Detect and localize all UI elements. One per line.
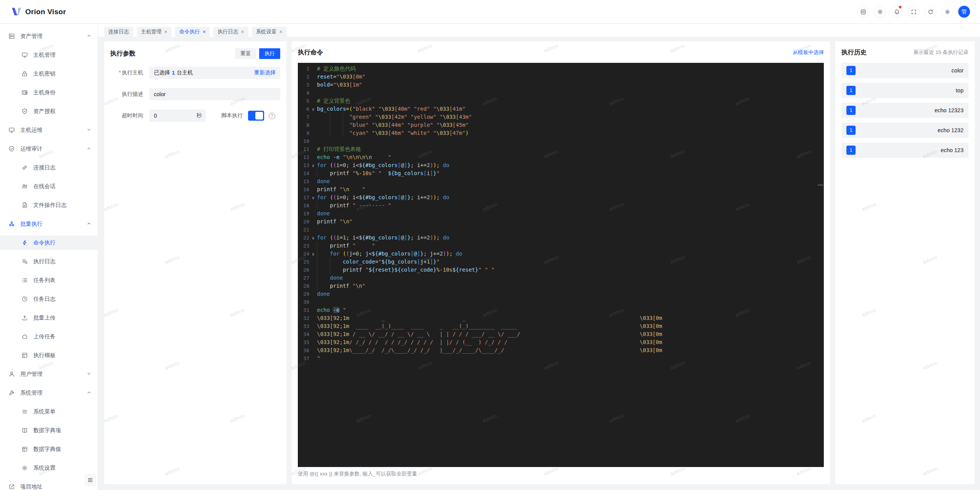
fold-chevron-icon [309, 154, 317, 162]
history-item[interactable]: 1echo 1232 [841, 123, 969, 138]
tab[interactable]: 执行日志× [213, 27, 248, 37]
select-from-template-link[interactable]: 从模板中选择 [793, 49, 824, 56]
bell-icon [894, 9, 900, 15]
indent-guide [330, 266, 330, 274]
sidebar-item[interactable]: 执行日志 [0, 254, 98, 269]
fold-chevron-icon[interactable]: ∨ [309, 194, 317, 202]
sidebar-item[interactable]: 任务日志 [0, 292, 98, 306]
code-square-button[interactable] [857, 6, 869, 18]
history-item[interactable]: 1echo 123 [841, 143, 969, 158]
sidebar-item[interactable]: 上传任务 [0, 329, 98, 344]
sidebar-item[interactable]: 批量上传 [0, 311, 98, 325]
wrench-icon [8, 390, 15, 396]
sidebar-item[interactable]: 数据字典项 [0, 423, 98, 438]
sidebar-item[interactable]: 主机密钥 [0, 67, 98, 81]
sidebar-item[interactable]: 批量执行 [0, 217, 98, 231]
reset-button[interactable]: 重置 [235, 48, 256, 59]
tab[interactable]: 连接日志 [104, 27, 133, 37]
desc-input[interactable] [149, 88, 280, 100]
sidebar-item[interactable]: 任务列表 [0, 273, 98, 287]
help-icon[interactable]: ? [269, 113, 275, 119]
sidebar-item[interactable]: 主机身份 [0, 85, 98, 100]
sidebar-item[interactable]: 系统设置 [0, 461, 98, 475]
history-item[interactable]: 1color [841, 63, 969, 78]
fold-chevron-icon [309, 355, 317, 363]
sidebar-item[interactable]: 项目地址 [0, 480, 98, 490]
script-exec-switch[interactable] [248, 111, 264, 121]
history-command-text: color [952, 67, 964, 74]
theme-sun-button[interactable] [874, 6, 886, 18]
bell-button[interactable] [891, 6, 903, 18]
tab[interactable]: 命令执行× [175, 27, 210, 37]
run-button[interactable]: 执行 [259, 48, 280, 59]
tab[interactable]: 系统设置× [252, 27, 287, 37]
refresh-button[interactable] [924, 6, 936, 18]
timeout-label: 超时时间 [110, 112, 143, 119]
sidebar-item[interactable]: 数据字典值 [0, 442, 98, 456]
fold-chevron-icon[interactable]: ∨ [309, 162, 317, 170]
sidebar-item[interactable]: 用户管理 [0, 367, 98, 381]
reselect-link[interactable]: 重新选择 [254, 69, 276, 76]
code-line: 4 [298, 89, 824, 97]
sidebar-item[interactable]: 在线会话 [0, 179, 98, 193]
fold-chevron-icon [309, 323, 317, 331]
settings-gear-icon [21, 465, 28, 471]
sidebar-item[interactable]: 文件操作日志 [0, 198, 98, 212]
host-selected-box[interactable]: 已选择 1 台主机 重新选择 [149, 67, 280, 79]
tab-close-icon[interactable]: × [164, 29, 167, 34]
tab-close-icon[interactable]: × [203, 29, 206, 34]
main-area: 连接日志主机管理×命令执行×执行日志×系统设置× 执行参数 重置 执行 *执行主… [98, 24, 980, 490]
indent-guide [343, 129, 343, 137]
chevron-down-icon [87, 371, 91, 376]
history-item[interactable]: 1echo 12323 [841, 103, 969, 118]
line-number: 20 [298, 218, 309, 226]
fold-chevron-icon [309, 274, 317, 282]
tab[interactable]: 主机管理× [137, 27, 172, 37]
code-line: 30 [298, 298, 824, 306]
exec-history-card: 执行历史 展示最近 15 条执行记录 1color1top1echo 12323… [835, 41, 975, 484]
cluster-icon [8, 221, 15, 227]
code-line: 23 printf " " [298, 242, 824, 250]
sidebar-item[interactable]: 执行模板 [0, 348, 98, 362]
sidebar-item[interactable]: 系统菜单 [0, 405, 98, 419]
line-number: 3 [298, 81, 309, 89]
history-item[interactable]: 1top [841, 83, 969, 98]
line-number: 31 [298, 306, 309, 314]
line-number: 15 [298, 177, 309, 185]
fold-chevron-icon[interactable]: ∨ [309, 234, 317, 242]
sidebar-collapse-button[interactable] [85, 474, 96, 486]
sidebar-item[interactable]: 连接日志 [0, 161, 98, 175]
code-line: 18 printf " -------- " [298, 202, 824, 210]
fold-chevron-icon[interactable]: ∨ [309, 250, 317, 258]
sidebar-item[interactable]: 运维审计 [0, 142, 98, 156]
user-avatar[interactable]: 管 [958, 6, 970, 18]
indent-guide [343, 113, 343, 121]
sidebar-item[interactable]: 系统管理 [0, 386, 98, 400]
sidebar-item[interactable]: 资产授权 [0, 104, 98, 118]
line-number: 37 [298, 354, 309, 362]
sidebar-item[interactable]: 主机管理 [0, 48, 98, 62]
sidebar-item[interactable]: 命令执行 [0, 236, 98, 250]
fold-chevron-icon [309, 146, 317, 154]
tab-close-icon[interactable]: × [241, 29, 244, 34]
sidebar-item[interactable]: 主机运维 [0, 123, 98, 137]
code-editor[interactable]: 1 # 定义颜色代码2 reset="\033[0m"3 bold="\033[… [298, 63, 824, 467]
theme-sun-icon [877, 9, 883, 15]
sidebar-item-label: 数据字典项 [33, 427, 61, 434]
code-line: 33 \033[92;1m ____ __(_)____ ____ _ __(_… [298, 322, 824, 330]
line-number: 24 [298, 250, 309, 258]
code-line: 28 printf "\n" [298, 282, 824, 290]
fold-chevron-icon [309, 113, 317, 121]
host-count-badge: 1 [846, 106, 856, 115]
fold-chevron-icon [309, 170, 317, 178]
fullscreen-button[interactable] [908, 6, 920, 18]
tab-bar: 连接日志主机管理×命令执行×执行日志×系统设置× [98, 24, 980, 37]
line-number: 27 [298, 274, 309, 282]
sidebar-item-label: 主机运维 [20, 126, 42, 134]
settings-gear-button[interactable] [941, 6, 953, 18]
lightning-icon [21, 239, 28, 246]
sidebar-item-label: 系统设置 [33, 464, 56, 472]
sidebar-item[interactable]: 资产管理 [0, 29, 98, 43]
fold-chevron-icon[interactable]: ∨ [309, 105, 317, 113]
tab-close-icon[interactable]: × [279, 29, 283, 34]
